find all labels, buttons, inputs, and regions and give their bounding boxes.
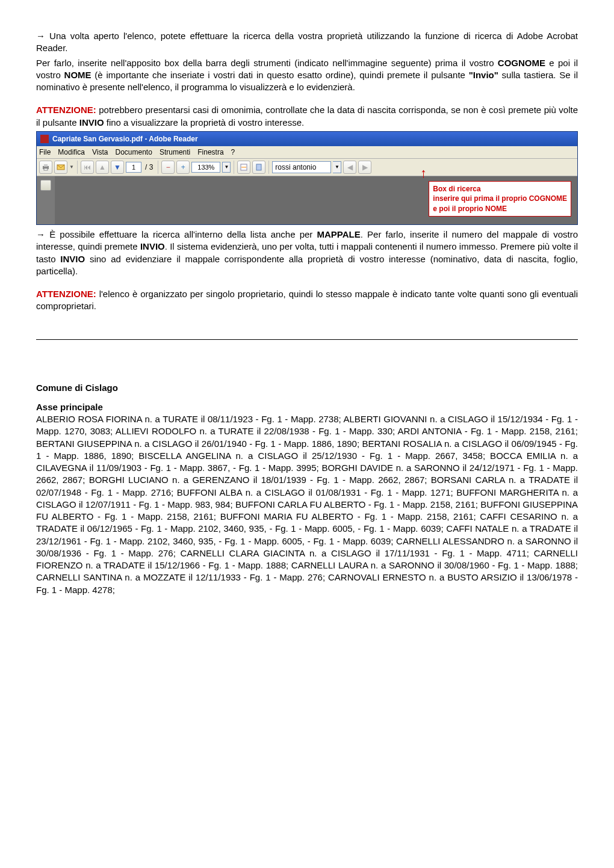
after-text-a: È possibile effettuare la ricerca all'in… [49,229,317,239]
sidebar [37,176,55,224]
menu-strumenti[interactable]: Strumenti [160,147,190,157]
first-page-icon[interactable]: ⏮ [81,161,94,174]
zoom-in-icon[interactable]: + [176,161,190,174]
pages-panel-icon[interactable] [40,180,51,191]
invio-label-3: INVIO [60,254,85,264]
search-dropdown-icon[interactable]: ▼ [333,161,341,173]
search-input[interactable] [272,161,331,173]
intro-paragraph-1: → Una volta aperto l'elenco, potete effe… [36,30,578,55]
separator [77,161,78,174]
separator [268,161,269,174]
content-area: ↑ Box di ricerca inserire qui prima il p… [37,176,577,224]
zoom-dropdown-icon[interactable]: ▼ [222,162,231,173]
menu-finestra[interactable]: Finestra [197,147,223,157]
warning-1-label: ATTENZIONE: [36,105,96,115]
pdf-icon [40,135,49,143]
menu-vista[interactable]: Vista [92,147,108,157]
intro-text-2c: (è importante che inseriate i vostri dat… [91,70,469,80]
svg-rect-1 [44,164,48,167]
dropdown-icon[interactable]: ▼ [69,162,74,173]
window-title: Capriate San Gervasio.pdf - Adobe Reader [52,134,198,144]
callout-line-2: inserire qui prima il proprio COGNOME [433,194,567,203]
callout-line-1: Box di ricerca [433,184,567,194]
invio-label: "Invio" [469,70,498,80]
menu-modifica[interactable]: Modifica [58,147,85,157]
comune-heading: Comune di Cislago [36,382,578,394]
callout-line-3: e poi il proprio NOME [433,204,567,214]
separator [234,161,234,174]
arrow-icon: → [36,31,45,41]
page-number-input[interactable] [126,162,141,173]
warning-1: ATTENZIONE: potrebbero presentarsi casi … [36,104,578,129]
search-next-icon[interactable]: ▶ [358,161,371,174]
toolbar: ▼ ⏮ ▲ ▼ / 3 − + 133% ▼ ▼ ◀ ▶ [37,159,577,176]
svg-rect-6 [256,164,261,170]
callout-arrow-icon: ↑ [420,164,427,182]
asse-heading: Asse principale [36,401,578,413]
document-canvas: ↑ Box di ricerca inserire qui prima il p… [55,176,577,224]
after-text-d: sino ad evidenziare il mappale corrispon… [36,254,578,276]
intro-text-2a: Per farlo, inserite nell'apposito box de… [36,58,498,68]
adobe-reader-window: Capriate San Gervasio.pdf - Adobe Reader… [36,131,578,225]
search-callout: Box di ricerca inserire qui prima il pro… [429,181,571,217]
next-page-icon[interactable]: ▼ [111,161,124,174]
prev-page-icon[interactable]: ▲ [96,161,109,174]
menu-documento[interactable]: Documento [116,147,152,157]
nome-label: NOME [64,70,91,80]
svg-rect-2 [44,168,48,170]
window-titlebar: Capriate San Gervasio.pdf - Adobe Reader [37,132,577,146]
warning-1-text-b: fino a visualizzare la proprietà di vost… [104,117,305,128]
menubar: File Modifica Vista Documento Strumenti … [37,146,577,159]
search-prev-icon[interactable]: ◀ [343,161,356,174]
mappale-label: MAPPALE [317,229,361,239]
zoom-level[interactable]: 133% [191,162,220,173]
warning-1-invio: INVIO [79,117,104,128]
separator [158,161,158,174]
menu-help[interactable]: ? [231,147,235,157]
zoom-out-icon[interactable]: − [161,161,175,174]
page-total-label: / 3 [143,162,155,172]
print-icon[interactable] [39,161,52,174]
property-list: ALBERIO ROSA FIORINA n. a TURATE il 08/1… [36,413,578,596]
arrow-icon: → [36,229,45,239]
intro-paragraph-2: Per farlo, inserite nell'apposito box de… [36,57,578,94]
after-image-paragraph: → È possibile effettuare la ricerca all'… [36,229,578,277]
cognome-label: COGNOME [498,58,545,68]
email-icon[interactable] [54,161,67,174]
menu-file[interactable]: File [39,147,51,157]
fit-width-icon[interactable] [237,161,250,174]
warning-2-text: l'elenco è organizzato per singolo propr… [36,289,578,311]
invio-label-2: INVIO [140,241,165,251]
fit-page-icon[interactable] [252,161,265,174]
warning-2: ATTENZIONE: l'elenco è organizzato per s… [36,288,578,313]
warning-2-label: ATTENZIONE: [36,289,96,299]
horizontal-rule [36,339,578,340]
intro-text-1: Una volta aperto l'elenco, potete effett… [36,31,578,53]
